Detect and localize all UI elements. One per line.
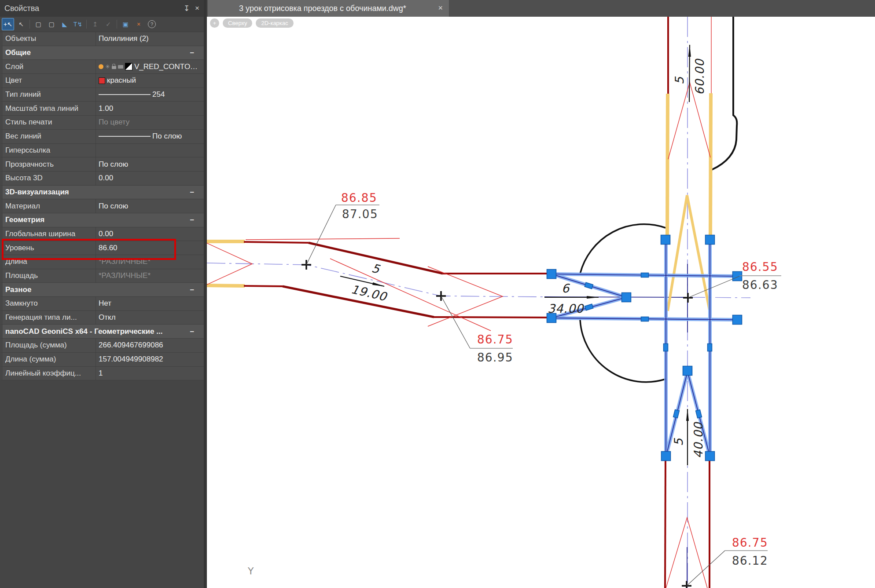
row-hyperlink[interactable]: Гиперссылка — [0, 144, 204, 158]
section-geometry[interactable]: Геометрия – — [0, 213, 204, 227]
properties-panel: Свойства ↧ × +↖ ↖ ▢ ▢ ◣ T↯ ↥ ✓ ▣ × ? Объ… — [0, 0, 204, 588]
collapse-icon[interactable]: – — [179, 215, 204, 224]
linetype-name: 254 — [152, 90, 165, 99]
collapse-icon[interactable]: – — [179, 327, 204, 336]
select-window-button[interactable]: ▢ — [32, 18, 44, 30]
lineweight-value: По слою — [152, 132, 182, 141]
dim2-length: 34.00 — [548, 302, 585, 315]
dim3-length: 60.00 — [693, 58, 706, 95]
vertex-crosses — [301, 260, 693, 588]
road-black-edges — [580, 17, 737, 382]
quick-select-button[interactable]: T↯ — [72, 18, 84, 30]
elev1-design: 86.85 — [341, 191, 377, 205]
elevation-underlines — [336, 205, 781, 551]
left-road-edges — [207, 241, 553, 318]
elev4-design: 86.75 — [732, 536, 768, 549]
document-tab[interactable]: 3 урок отрисовка проездов с обочинами.dw… — [208, 0, 449, 17]
panel-title: Свойства — [4, 4, 39, 13]
row-elevation[interactable]: Уровень 86.60 — [0, 241, 204, 255]
row-layer[interactable]: Слой ✳ V_RED_CONTO… — [0, 60, 204, 74]
row-transparency[interactable]: Прозрачность По слою — [0, 157, 204, 172]
row-closed[interactable]: Замкнуто Нет — [0, 297, 204, 311]
layer-lock-icon[interactable] — [112, 66, 116, 69]
viewport-add-button[interactable]: + — [210, 18, 219, 28]
viewport-view-button[interactable]: Сверху — [223, 18, 252, 28]
row-linetype-scale[interactable]: Масштаб типа линий 1.00 — [0, 102, 204, 116]
row-linear-coefficient[interactable]: Линейный коэффиц... 1 — [0, 367, 204, 381]
row-linetype[interactable]: Тип линий 254 — [0, 88, 204, 102]
elev3-design: 86.55 — [742, 260, 778, 274]
collapse-icon[interactable]: – — [179, 285, 204, 294]
row-area-sum[interactable]: Площадь (сумма) 266.409467699086 — [0, 339, 204, 353]
cad-drawing: 5 19.00 6 34.00 5 60.00 5 40.00 86.85 87… — [207, 0, 875, 588]
color-name: красный — [107, 76, 136, 85]
deselect-button[interactable]: × — [132, 18, 145, 30]
collapse-icon[interactable]: – — [179, 48, 204, 57]
row-plot-style[interactable]: Стиль печати По цвету — [0, 116, 204, 130]
dim4-width: 5 — [672, 438, 685, 446]
select-confirm-button[interactable]: ✓ — [102, 18, 114, 30]
viewport-visual-style-button[interactable]: 2D-каркас — [256, 18, 293, 28]
dimension-arrows — [340, 45, 690, 465]
row-length[interactable]: Длина *РАЗЛИЧНЫЕ* — [0, 255, 204, 269]
elevation-leaders — [306, 205, 739, 586]
row-material[interactable]: Материал По слою — [0, 199, 204, 213]
select-fence-button[interactable]: ◣ — [59, 18, 71, 30]
ucs-y-label: Y — [247, 566, 254, 577]
select-append-button[interactable]: +↖ — [2, 18, 14, 30]
section-misc[interactable]: Разное – — [0, 283, 204, 297]
elev2-design: 86.75 — [477, 333, 513, 346]
dim4-length: 40.00 — [691, 421, 705, 458]
dim2-width: 6 — [562, 281, 570, 295]
select-previous-button[interactable]: ↥ — [89, 18, 101, 30]
toolbar-separator — [86, 20, 87, 29]
elev4-existing: 86.12 — [732, 554, 768, 567]
layer-print-icon[interactable] — [118, 65, 123, 69]
elev3-existing: 86.63 — [742, 278, 778, 292]
viewport-controls: + Сверху 2D-каркас — [210, 18, 294, 28]
elev1-existing: 87.05 — [342, 208, 378, 221]
row-area[interactable]: Площадь *РАЗЛИЧНЫЕ* — [0, 269, 204, 283]
tab-close-icon[interactable]: × — [438, 4, 443, 13]
property-rows: Объекты Полилиния (2) Общие – Слой ✳ V_R… — [0, 32, 204, 380]
row-lineweight[interactable]: Вес линий По слою — [0, 130, 204, 144]
layer-on-icon[interactable] — [99, 64, 103, 69]
dim1-width: 5 — [371, 261, 382, 276]
select-box-button[interactable]: ▣ — [119, 18, 132, 30]
color-swatch-red[interactable] — [99, 77, 105, 84]
panel-titlebar: Свойства ↧ × — [0, 0, 204, 17]
document-tab-title: 3 урок отрисовка проездов с обочинами.dw… — [239, 4, 418, 13]
row-color[interactable]: Цвет красный — [0, 74, 204, 88]
document-tabbar: 3 урок отрисовка проездов с обочинами.dw… — [204, 0, 875, 17]
toolbar-separator — [117, 20, 117, 29]
selection-grips[interactable] — [547, 235, 742, 461]
section-general[interactable]: Общие – — [0, 46, 204, 60]
row-length-sum[interactable]: Длина (сумма) 157.004949908982 — [0, 353, 204, 367]
section-geonics[interactable]: nanoCAD GeoniCS x64 - Геометрические ...… — [0, 325, 204, 339]
selection-toolbar: +↖ ↖ ▢ ▢ ◣ T↯ ↥ ✓ ▣ × ? — [0, 17, 204, 32]
red-marking-lines — [207, 82, 710, 588]
row-global-width[interactable]: Глобальная ширина 0.00 — [0, 227, 204, 241]
row-linetype-generation[interactable]: Генерация типа ли... Откл — [0, 311, 204, 325]
select-crossing-button[interactable]: ▢ — [45, 18, 58, 30]
panel-close-icon[interactable]: × — [195, 4, 199, 13]
section-3d-visualization[interactable]: 3D-визуализация – — [0, 186, 204, 200]
pin-icon[interactable]: ↧ — [184, 4, 190, 13]
row-objects[interactable]: Объекты Полилиния (2) — [0, 32, 204, 46]
layer-freeze-icon[interactable]: ✳ — [105, 63, 110, 70]
cursor-select-button[interactable]: ↖ — [15, 18, 27, 30]
panel-edge-divider — [204, 0, 207, 588]
row-thickness[interactable]: Высота 3D 0.00 — [0, 172, 204, 186]
dim3-width: 5 — [673, 76, 686, 84]
linetype-sample — [99, 94, 151, 95]
elev2-existing: 86.95 — [477, 351, 513, 364]
toolbar-separator — [29, 20, 30, 29]
help-button[interactable]: ? — [146, 18, 158, 30]
lineweight-sample — [99, 136, 151, 137]
layer-name: V_RED_CONTO… — [134, 62, 198, 71]
collapse-icon[interactable]: – — [179, 188, 204, 197]
layer-color-swatch[interactable] — [125, 63, 132, 70]
